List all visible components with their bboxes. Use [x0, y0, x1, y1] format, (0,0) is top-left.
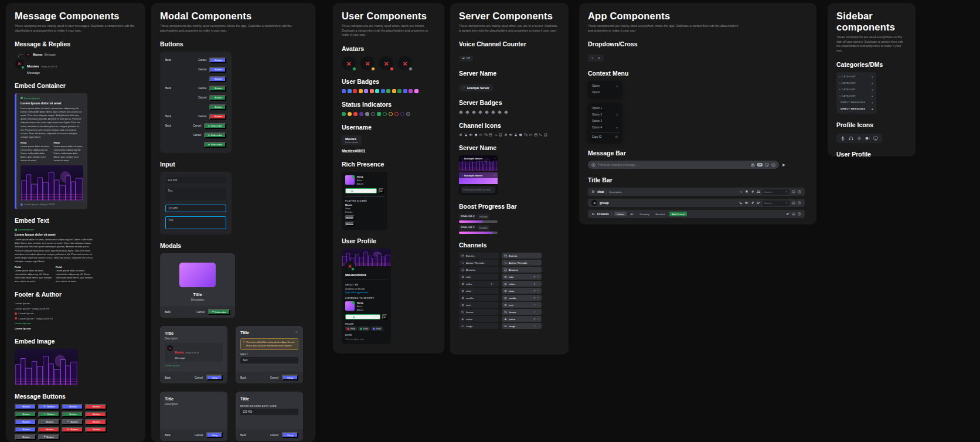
cancel-link[interactable]: Cancel: [198, 68, 206, 71]
channel-topic[interactable]: Description: [609, 191, 622, 193]
gift-icon[interactable]: [751, 163, 755, 167]
avatar-idle[interactable]: ×: [360, 56, 375, 70]
headphones-icon[interactable]: [849, 136, 853, 141]
confirm-button[interactable]: Okay: [206, 375, 223, 380]
channel-row-hover[interactable]: test: [502, 302, 542, 308]
cancel-link[interactable]: Cancel: [193, 124, 201, 127]
create-channel-icon[interactable]: +: [872, 107, 873, 111]
message-button[interactable]: Button: [85, 427, 107, 433]
category-row[interactable]: ▾ CATEGORY +: [839, 88, 873, 91]
channel-row-hover[interactable]: Active Threads: [502, 260, 542, 266]
primary-button[interactable]: ♦ Subscribe: [204, 132, 226, 138]
menu-item[interactable]: Option: [590, 89, 620, 96]
message-button[interactable]: Button: [85, 404, 107, 410]
avatar[interactable]: ×: [15, 59, 24, 69]
channel-row[interactable]: voice: [459, 316, 499, 322]
message-button[interactable]: Button: [15, 404, 36, 410]
attach-plus-icon[interactable]: [591, 163, 596, 167]
avatar-offline[interactable]: ×: [398, 56, 412, 70]
channel-row-hover[interactable]: stage: [502, 323, 542, 329]
friends-tab[interactable]: Blocked: [654, 212, 668, 216]
inbox-icon[interactable]: [792, 190, 795, 193]
channel-row-hover[interactable]: forum: [502, 309, 542, 315]
embed-image[interactable]: [15, 349, 78, 385]
confirm-button[interactable]: Okay: [282, 375, 298, 380]
avatar[interactable]: ×: [345, 261, 355, 271]
channel-row-hover[interactable]: media: [502, 295, 542, 301]
play-on-spotify-button[interactable]: Play on Spotify: [345, 314, 380, 319]
text-input-focused[interactable]: 123 456: [165, 205, 226, 212]
message-button[interactable]: Button: [62, 412, 83, 417]
primary-button[interactable]: Button: [209, 114, 226, 120]
back-link[interactable]: Back: [165, 115, 171, 118]
message-button[interactable]: Button: [15, 412, 36, 417]
back-link[interactable]: Back: [165, 87, 171, 90]
channel-row[interactable]: media: [459, 295, 499, 301]
text-input[interactable]: Text: [240, 357, 298, 363]
category-row[interactable]: ▾ CATEGORY +: [839, 75, 873, 79]
create-channel-icon[interactable]: +: [872, 81, 873, 85]
confirm-button[interactable]: Okay: [206, 432, 223, 438]
primary-button[interactable]: Button: [209, 86, 226, 91]
message-button[interactable]: ☺ Button: [62, 419, 83, 425]
inbox-icon[interactable]: [792, 201, 795, 205]
channel-row[interactable]: rules: [459, 281, 499, 287]
sticker-icon[interactable]: [765, 163, 769, 167]
channel-row[interactable]: test: [459, 302, 499, 308]
primary-button[interactable]: Button: [209, 57, 226, 63]
screen-share-icon[interactable]: [873, 136, 878, 141]
server-name-bar[interactable]: Example Server: [459, 155, 498, 161]
create-channel-icon[interactable]: +: [872, 94, 873, 98]
menu-item[interactable]: Option 1: [590, 105, 620, 111]
channel-row-hover[interactable]: chat: [502, 288, 542, 294]
embed-image[interactable]: [21, 165, 83, 200]
message-button[interactable]: Button: [85, 419, 107, 425]
friends-tab[interactable]: Pending: [637, 212, 651, 216]
back-link[interactable]: Back: [165, 124, 171, 127]
channel-row[interactable]: Active Threads: [459, 260, 499, 266]
back-link[interactable]: Back: [240, 376, 246, 379]
video-call-icon[interactable]: [745, 201, 748, 205]
channel-row-hover[interactable]: info: [502, 274, 542, 280]
profile-link[interactable]: https://dsc.gg/mustex: [345, 291, 387, 294]
message-button[interactable]: ☺ Button: [38, 404, 60, 410]
channel-row[interactable]: forum: [459, 309, 499, 315]
channel-row-hover[interactable]: rules: [502, 281, 542, 287]
cancel-link[interactable]: Cancel: [198, 96, 206, 99]
message-button[interactable]: Button: [38, 427, 60, 433]
back-link[interactable]: Back: [165, 59, 171, 62]
category-row[interactable]: DIRECT MESSAGES +: [839, 101, 873, 104]
message-button[interactable]: ☺ Button: [38, 412, 60, 417]
primary-button[interactable]: ♦ Subscribe: [204, 142, 226, 148]
add-friend-button[interactable]: Add Friend: [669, 212, 686, 216]
cancel-link[interactable]: Cancel: [198, 87, 206, 90]
textarea-input[interactable]: Text: [165, 188, 226, 200]
channel-row[interactable]: Browse: [459, 267, 499, 273]
message-button[interactable]: Button: [15, 434, 36, 440]
channel-row[interactable]: chat: [459, 288, 499, 294]
create-channel-icon[interactable]: +: [872, 75, 873, 79]
help-icon[interactable]: [798, 212, 801, 216]
back-link[interactable]: Back: [165, 311, 171, 314]
activity-button[interactable]: Button: [345, 215, 355, 220]
add-to-queue-button[interactable]: +: [379, 188, 384, 193]
role-chip[interactable]: Role: [358, 327, 370, 331]
add-to-queue-button[interactable]: +: [382, 314, 387, 319]
play-on-spotify-button[interactable]: Play on Spotify: [345, 188, 377, 193]
copy-id-menu-item[interactable]: Copy ID: [590, 134, 620, 140]
primary-button[interactable]: ♦ Subscribe: [204, 123, 226, 129]
message-button[interactable]: Button: [38, 419, 60, 425]
message-author[interactable]: Mustex: [27, 64, 39, 68]
primary-button[interactable]: Button: [209, 95, 226, 101]
category-row[interactable]: ▾ CATEGORY +: [839, 81, 873, 85]
role-chip[interactable]: Role: [345, 327, 357, 331]
voice-call-icon[interactable]: [739, 201, 743, 205]
channel-row-hover[interactable]: Browse: [502, 267, 542, 273]
cancel-link[interactable]: Cancel: [193, 134, 201, 137]
new-group-dm-icon[interactable]: [786, 212, 790, 216]
embed-title[interactable]: Lorem Ipsum dolor sit amet: [15, 233, 93, 236]
close-icon[interactable]: [597, 56, 601, 60]
cancel-link[interactable]: Cancel: [196, 311, 205, 314]
emoji-icon[interactable]: [771, 163, 775, 167]
cancel-link[interactable]: Cancel: [195, 376, 203, 379]
